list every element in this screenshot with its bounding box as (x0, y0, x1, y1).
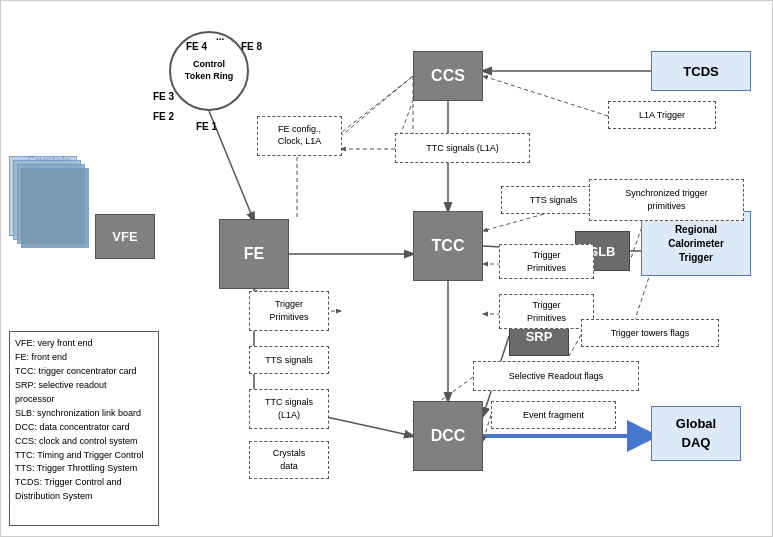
trigger-prim-tcc-box: TriggerPrimitives (499, 244, 594, 279)
svg-line-1 (337, 76, 413, 136)
vfe-box: VFE (95, 214, 155, 259)
fe8-label: FE 8 (241, 41, 262, 52)
fe1-label: FE 1 (196, 121, 217, 132)
ccs-box: CCS (413, 51, 483, 101)
ccs-label: CCS (431, 67, 465, 85)
selective-readout-box: Selective Readout flags (473, 361, 639, 391)
dots-label: ... (216, 31, 224, 42)
sync-trigger-box: Synchronized triggerprimitives (589, 179, 744, 221)
fe-label: FE (244, 245, 264, 263)
dcc-label: DCC (431, 427, 466, 445)
fe2-label: FE 2 (153, 111, 174, 122)
vfe-label: VFE (112, 229, 137, 244)
trigger-prim-srp-box: TriggerPrimitives (499, 294, 594, 329)
legend-line: VFE: very front end FE: front end TCC: t… (15, 337, 153, 504)
global-daq-box: GlobalDAQ (651, 406, 741, 461)
crystals-data-box: Crystalsdata (249, 441, 329, 479)
tcc-label: TCC (432, 237, 465, 255)
fe3-label: FE 3 (153, 91, 174, 102)
tcds-box: TCDS (651, 51, 751, 91)
diagram-container: Crystals ControlToken Ring FE 3 FE 2 FE … (0, 0, 773, 537)
global-daq-label: GlobalDAQ (676, 415, 716, 451)
ttc-signals-bot-box: TTC signals(L1A) (249, 389, 329, 429)
crystals-stack (9, 156, 89, 246)
svg-line-24 (483, 415, 491, 441)
svg-line-25 (569, 335, 581, 356)
svg-line-29 (483, 76, 608, 116)
svg-line-30 (341, 76, 413, 136)
trigger-towers-box: Trigger towers flags (581, 319, 719, 347)
dcc-box: DCC (413, 401, 483, 471)
l1a-trigger-box: L1A Trigger (608, 101, 716, 129)
tcds-label: TCDS (683, 64, 718, 79)
control-token-ring: ControlToken Ring (169, 31, 249, 111)
tts-signals-bot-box: TTS signals (249, 346, 329, 374)
fe4-label: FE 4 (186, 41, 207, 52)
token-ring-label: ControlToken Ring (185, 59, 233, 82)
trigger-prim-fe-box: TriggerPrimitives (249, 291, 329, 331)
tcc-box: TCC (413, 211, 483, 281)
fe-config-box: FE config.,Clock, L1A (257, 116, 342, 156)
ttc-signals-top-box: TTC signals (L1A) (395, 133, 530, 163)
legend-box: VFE: very front end FE: front end TCC: t… (9, 331, 159, 526)
fe-box: FE (219, 219, 289, 289)
rct-label: RegionalCalorimeterTrigger (668, 223, 724, 265)
event-fragment-box: Event fragment (491, 401, 616, 429)
srp-label: SRP (526, 329, 553, 344)
